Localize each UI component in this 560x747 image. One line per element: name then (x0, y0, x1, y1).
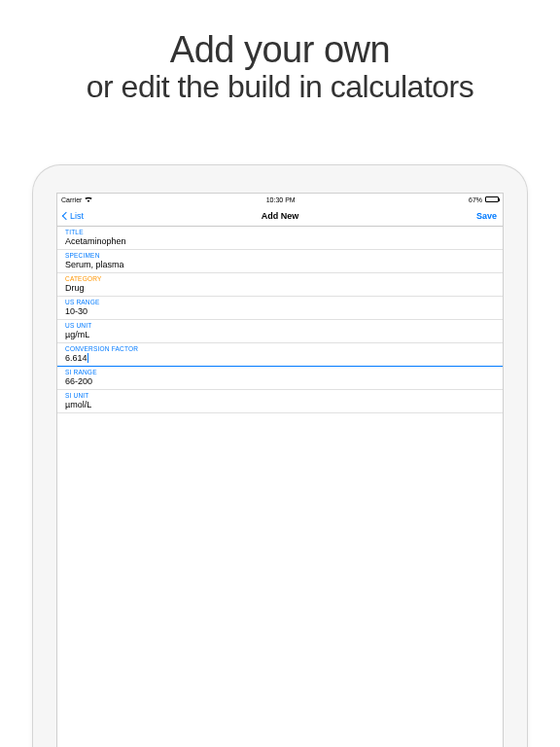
field-conversion-factor-label: CONVERSION FACTOR (65, 345, 495, 352)
field-si-unit[interactable]: SI UNIT µmol/L (57, 390, 503, 413)
status-bar: Carrier 10:30 PM 67% (57, 194, 503, 205)
field-title-value: Acetaminophen (65, 235, 495, 247)
chevron-left-icon (62, 211, 70, 219)
field-specimen-value: Serum, plasma (65, 259, 495, 270)
wifi-icon (85, 196, 92, 203)
field-si-unit-value: µmol/L (65, 399, 495, 410)
battery-pct: 67% (469, 196, 482, 203)
back-label: List (70, 211, 84, 221)
battery-icon (485, 196, 499, 202)
field-specimen[interactable]: SPECIMEN Serum, plasma (57, 250, 503, 273)
screen: Carrier 10:30 PM 67% List Add New Save T… (56, 193, 504, 747)
field-category-value: Drug (65, 282, 495, 294)
page-title: Add New (262, 211, 299, 221)
save-button[interactable]: Save (476, 211, 497, 221)
field-us-range-value: 10-30 (65, 305, 495, 317)
promo-headline: Add your own or edit the build in calcul… (0, 0, 560, 105)
field-specimen-label: SPECIMEN (65, 252, 495, 259)
field-title-label: TITLE (65, 229, 495, 235)
carrier-label: Carrier (61, 196, 82, 203)
back-button[interactable]: List (63, 211, 84, 221)
field-si-range-value: 66-200 (65, 375, 495, 387)
field-category[interactable]: CATEGORY Drug (57, 273, 503, 297)
field-us-unit-label: US UNIT (65, 322, 495, 329)
form: TITLE Acetaminophen SPECIMEN Serum, plas… (57, 227, 503, 413)
headline-line1: Add your own (0, 29, 560, 71)
status-time: 10:30 PM (266, 196, 296, 203)
headline-line2: or edit the build in calculators (0, 69, 560, 105)
field-us-range-label: US RANGE (65, 299, 495, 305)
field-si-unit-label: SI UNIT (65, 392, 495, 399)
field-us-range[interactable]: US RANGE 10-30 (57, 297, 503, 320)
field-title[interactable]: TITLE Acetaminophen (57, 227, 503, 250)
field-si-range-label: SI RANGE (65, 369, 495, 375)
ipad-frame: Carrier 10:30 PM 67% List Add New Save T… (33, 165, 527, 747)
nav-bar: List Add New Save (57, 205, 503, 227)
field-us-unit-value: µg/mL (65, 329, 495, 340)
field-si-range[interactable]: SI RANGE 66-200 (57, 367, 503, 390)
field-conversion-factor-value: 6.614 (65, 352, 495, 364)
field-conversion-factor[interactable]: CONVERSION FACTOR 6.614 (57, 343, 503, 367)
field-category-label: CATEGORY (65, 275, 495, 282)
text-caret (88, 353, 88, 363)
field-us-unit[interactable]: US UNIT µg/mL (57, 320, 503, 343)
